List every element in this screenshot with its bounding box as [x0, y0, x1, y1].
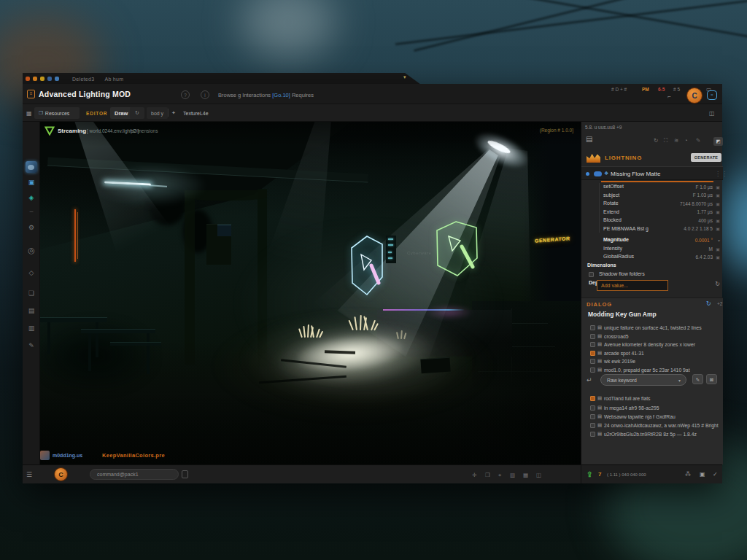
list-item[interactable]: ▤mod1.0, prepaid gear 5c 23ar 1410 9at — [581, 366, 723, 375]
property-row[interactable]: Magnitude 0.0001 ° ▾ — [581, 236, 723, 245]
sidebar-item-panel[interactable]: ▣ — [23, 179, 40, 186]
property-row[interactable]: Extend 1.77 µs ▣ — [581, 209, 723, 217]
refresh-icon[interactable]: ↻ — [654, 137, 658, 144]
overlay-mod-label[interactable]: KeepVanillaColors.pre — [102, 452, 165, 459]
check-icon[interactable]: ✓ — [713, 471, 718, 478]
toggle-pill[interactable] — [594, 171, 602, 176]
tab-draw[interactable]: Draw — [110, 107, 132, 119]
stats-icon[interactable]: ▥ — [510, 472, 515, 478]
target-icon[interactable]: ⌖ — [498, 472, 501, 479]
property-value[interactable]: 4.0 2.2 1.18 5 — [684, 226, 713, 231]
property-row[interactable]: PE MtBNWAA Bst g 4.0 2.2 1.18 5 ▣ — [581, 225, 723, 234]
key-icon[interactable]: ⌐ — [667, 93, 671, 100]
plus-icon[interactable]: ✛ — [472, 472, 476, 478]
list-item[interactable]: ▤crossroad5 — [581, 332, 723, 341]
property-value[interactable]: 7144 8.0070 µs — [680, 201, 713, 206]
checkbox[interactable] — [590, 359, 595, 364]
export-icon[interactable]: ⇪ — [587, 470, 592, 478]
checkbox[interactable] — [590, 368, 595, 373]
strip-tab-about[interactable]: Ab hum — [104, 77, 123, 82]
overlay-username[interactable]: m0dd1ng.us — [53, 453, 82, 458]
command-input[interactable]: command@pack1 — [90, 469, 179, 480]
scatter-icon[interactable]: ⁂ — [685, 471, 691, 478]
sidebar-item-record[interactable]: ◎ — [23, 246, 40, 255]
property-row[interactable]: GlobalRadius 6.4 2.03 ▣ — [581, 253, 723, 262]
sidebar-item-shield[interactable]: ◇ — [23, 269, 40, 276]
star-icon[interactable]: ✦ — [171, 110, 176, 116]
tab-refresh[interactable]: ↻ — [130, 107, 144, 119]
property-value[interactable]: F 1.0 µs — [695, 184, 713, 190]
help-icon[interactable]: ? — [181, 90, 190, 99]
clear-button[interactable]: ⊠ — [706, 374, 717, 384]
property-value[interactable]: 6.4 2.03 — [696, 254, 713, 260]
scene-viewport[interactable]: Cyberware GENERATOR — [40, 122, 581, 464]
property-row[interactable]: setOffset F 1.0 µs ▣ — [581, 183, 723, 192]
list-item[interactable]: ▤rodTland full are flats — [581, 394, 723, 403]
property-row[interactable]: subject F 1.03 µs ▣ — [581, 192, 723, 201]
property-value[interactable]: M — [709, 246, 713, 252]
list-item[interactable]: ▤wk ewk 2019e — [581, 357, 723, 366]
checkbox[interactable] — [590, 414, 595, 419]
sidebar-item-assets[interactable]: ◈ — [23, 194, 40, 201]
layout-grid-icon[interactable]: ◫ — [709, 110, 715, 117]
package-icon[interactable]: ▣ — [700, 471, 705, 478]
property-row[interactable]: Blocked 400 µs ▣ — [581, 217, 723, 225]
info-icon[interactable]: i — [201, 90, 209, 99]
keyword-dropdown[interactable]: Raw keyword ▾ — [600, 374, 686, 386]
list-item[interactable]: ▤24 onwo-icahAldtcauzawz, a war.nWep 415… — [581, 421, 723, 430]
sync-icon[interactable]: ↻ — [706, 300, 711, 307]
chevron-down-icon[interactable]: ▾ — [403, 74, 406, 80]
chat-icon[interactable]: ≈ — [707, 90, 717, 100]
property-value[interactable]: 400 µs — [698, 218, 713, 223]
taskbar-dot-orange[interactable] — [26, 77, 30, 81]
property-row[interactable]: Rotate 7144 8.0070 µs ▣ — [581, 200, 723, 209]
sidebar-item-frames[interactable]: ❏ — [23, 289, 40, 297]
refresh-icon[interactable]: ↻ — [715, 281, 720, 287]
sidebar-item-library[interactable]: ▤ — [23, 307, 40, 314]
sidebar-item-layers[interactable]: ▥ — [23, 324, 40, 332]
checkbox[interactable] — [590, 325, 595, 330]
panel-icon[interactable]: ◫ — [536, 472, 541, 478]
list-item[interactable]: ▤arcade spot 41-31 — [581, 349, 723, 358]
tab-body[interactable]: bod y — [147, 107, 168, 119]
property-row[interactable]: Shadow flow folders — [581, 271, 723, 279]
list-item[interactable]: ▤u2rOr9ibsGlu2b.tn9RtR2B 8z 5p — 1.8.4z — [581, 430, 723, 439]
property-row[interactable]: Dimensions — [581, 262, 723, 271]
property-value[interactable]: 1.77 µs — [697, 209, 713, 214]
strip-tab-deleted[interactable]: Deleted3 — [72, 77, 94, 82]
list-icon[interactable]: ☰ — [26, 471, 32, 478]
grid-icon[interactable]: ▦ — [523, 472, 528, 478]
sidebar-item-edit[interactable]: ✎ — [23, 342, 40, 349]
checkbox[interactable] — [590, 405, 595, 411]
property-value[interactable]: 0.0001 ° — [695, 238, 713, 243]
taskbar-dot-amber[interactable] — [33, 77, 37, 81]
tab-texture[interactable]: TextureL4e — [179, 107, 213, 119]
checkbox[interactable] — [590, 432, 595, 437]
checkbox[interactable] — [590, 423, 595, 428]
user-avatar[interactable]: C — [54, 467, 68, 481]
checkbox[interactable] — [590, 334, 595, 339]
clock-icon[interactable]: ◔ — [684, 137, 688, 144]
list-item[interactable]: ▤Websaww tapwite nja f GxdfRau — [581, 413, 723, 421]
list-item[interactable]: ▤Avenue kilometer 8 density zones x lowe… — [581, 341, 723, 349]
dots-icon[interactable]: ⋮⋮ — [715, 171, 728, 177]
expand-icon[interactable]: ⛶ — [664, 137, 667, 144]
sidebar-avatar[interactable] — [26, 161, 37, 173]
edit-button[interactable]: ✎ — [692, 374, 703, 384]
attach-icon[interactable] — [182, 470, 188, 478]
checkbox[interactable] — [589, 272, 594, 277]
tab-resources[interactable]: ❒ Resources — [34, 107, 80, 119]
brand-button[interactable]: C — [686, 88, 703, 104]
sidebar-item-settings[interactable]: ⚙ — [23, 224, 40, 231]
filter-icon[interactable]: ▤ — [586, 135, 592, 143]
add-value-input[interactable]: Add value... — [597, 280, 668, 291]
checkbox[interactable] — [590, 342, 595, 347]
list-item[interactable]: ▤in mega14 afr9 98-ac295 — [581, 404, 723, 413]
taskbar-dot-blue[interactable] — [47, 77, 52, 81]
generate-button[interactable]: GENERATE — [691, 153, 721, 162]
property-value[interactable]: F 1.03 µs — [693, 192, 713, 198]
checkbox-checked[interactable] — [590, 396, 595, 401]
taskbar-dot-yellow[interactable] — [40, 77, 44, 81]
wave-icon[interactable]: ≋ — [674, 137, 678, 144]
boxed-tool-icon[interactable]: ◩ — [713, 137, 723, 146]
